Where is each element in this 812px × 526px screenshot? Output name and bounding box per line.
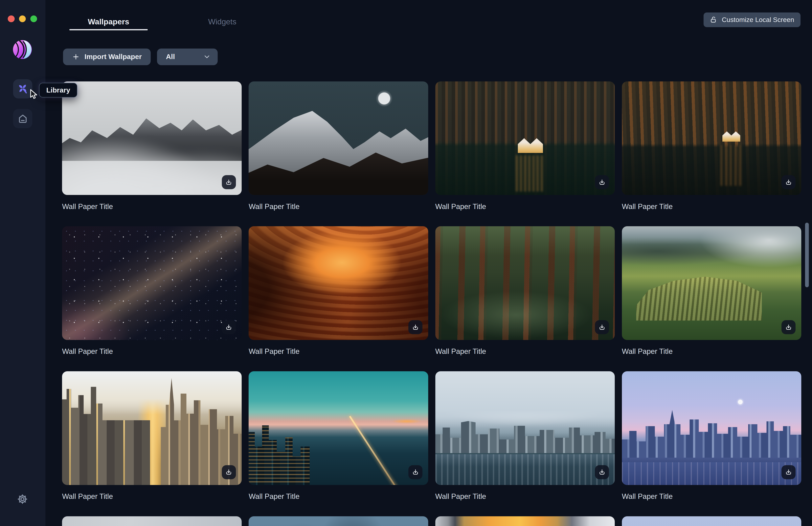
thumb-art-layer xyxy=(721,145,742,186)
wallpaper-card: Wall Paper Title xyxy=(622,371,801,501)
download-icon xyxy=(598,178,606,186)
customize-local-screen-button[interactable]: Customize Local Screen xyxy=(704,13,800,27)
wallpaper-card xyxy=(435,516,615,526)
wallpaper-thumbnail[interactable] xyxy=(622,371,801,485)
download-icon xyxy=(225,323,233,331)
customize-label: Customize Local Screen xyxy=(722,16,794,24)
thumb-art-layer xyxy=(518,138,543,153)
thumb-art-layer xyxy=(622,462,801,485)
zoom-button[interactable] xyxy=(30,15,37,22)
thumb-art-layer xyxy=(622,410,801,457)
wallpaper-card xyxy=(62,516,242,526)
thumb-art-layer xyxy=(435,419,615,453)
wallpaper-card: Wall Paper Title xyxy=(62,371,242,501)
import-label: Import Wallpaper xyxy=(85,53,142,61)
wallpaper-thumbnail[interactable] xyxy=(435,371,615,485)
wallpaper-thumbnail[interactable] xyxy=(249,226,428,340)
filter-dropdown[interactable]: All xyxy=(157,48,217,65)
wallpaper-thumbnail[interactable] xyxy=(62,516,242,526)
pinwheel-icon xyxy=(16,82,29,95)
import-wallpaper-button[interactable]: Import Wallpaper xyxy=(63,48,150,65)
thumb-art-layer xyxy=(722,131,740,142)
download-icon xyxy=(225,468,233,476)
sidebar-item-home[interactable] xyxy=(13,109,32,128)
plus-icon xyxy=(72,53,80,61)
wallpaper-card: Wall Paper Title xyxy=(622,226,801,356)
download-button[interactable] xyxy=(782,175,796,189)
wallpaper-thumbnail[interactable] xyxy=(62,371,242,485)
wallpaper-title: Wall Paper Title xyxy=(249,202,428,211)
tab-wallpapers-label: Wallpapers xyxy=(88,17,129,26)
thumb-art-layer xyxy=(636,269,762,320)
wallpaper-card: Wall Paper Title xyxy=(435,371,615,501)
download-button[interactable] xyxy=(408,320,422,334)
wallpaper-thumbnail[interactable] xyxy=(435,516,615,526)
download-button[interactable] xyxy=(408,465,422,479)
wallpaper-card: Wall Paper Title xyxy=(62,226,242,356)
download-button[interactable] xyxy=(222,175,236,189)
download-icon xyxy=(411,468,419,476)
active-tab-indicator xyxy=(69,29,148,30)
wallpaper-title: Wall Paper Title xyxy=(249,492,428,501)
wallpaper-card: Wall Paper Title xyxy=(435,81,615,211)
wallpaper-card: Wall Paper Title xyxy=(249,81,428,211)
wallpaper-card: Wall Paper Title xyxy=(249,371,428,501)
wallpaper-title: Wall Paper Title xyxy=(62,347,242,356)
download-button[interactable] xyxy=(222,320,236,334)
tooltip-library: Library xyxy=(39,83,77,97)
thumb-art-layer xyxy=(349,416,409,485)
wallpaper-title: Wall Paper Title xyxy=(62,202,242,211)
download-button[interactable] xyxy=(222,465,236,479)
tab-widgets-label: Widgets xyxy=(208,17,236,26)
wallpaper-thumbnail[interactable] xyxy=(435,226,615,340)
thumb-art-layer xyxy=(249,420,310,485)
wallpaper-thumbnail[interactable] xyxy=(62,226,242,340)
wallpaper-title: Wall Paper Title xyxy=(622,202,801,211)
download-icon xyxy=(785,468,792,476)
logo-sphere-icon xyxy=(13,40,32,59)
download-icon xyxy=(785,323,792,331)
wallpaper-card xyxy=(249,516,428,526)
download-button[interactable] xyxy=(595,320,609,334)
wallpaper-card: Wall Paper Title xyxy=(62,81,242,211)
thumb-art-layer xyxy=(62,129,242,195)
download-button[interactable] xyxy=(782,320,796,334)
home-icon xyxy=(17,113,29,124)
wallpaper-title: Wall Paper Title xyxy=(62,492,242,501)
app-logo xyxy=(13,40,32,59)
download-button[interactable] xyxy=(595,465,609,479)
scrollbar-thumb[interactable] xyxy=(805,223,809,287)
wallpaper-thumbnail[interactable] xyxy=(249,81,428,195)
lock-open-icon xyxy=(710,16,717,24)
tab-wallpapers[interactable]: Wallpapers xyxy=(69,14,148,30)
wallpaper-thumbnail[interactable] xyxy=(622,81,801,195)
thumb-art-layer xyxy=(516,155,545,192)
wallpaper-thumbnail[interactable] xyxy=(249,516,428,526)
settings-button[interactable] xyxy=(16,493,29,505)
download-button[interactable] xyxy=(782,465,796,479)
wallpaper-thumbnail[interactable] xyxy=(249,371,428,485)
minimize-button[interactable] xyxy=(19,15,26,22)
wallpaper-title: Wall Paper Title xyxy=(622,347,801,356)
download-icon xyxy=(785,178,792,186)
close-button[interactable] xyxy=(8,15,14,22)
wallpaper-thumbnail[interactable] xyxy=(435,81,615,195)
wallpaper-title: Wall Paper Title xyxy=(435,202,615,211)
download-icon xyxy=(598,323,606,331)
download-button[interactable] xyxy=(595,175,609,189)
wallpaper-thumbnail[interactable] xyxy=(622,226,801,340)
wallpaper-card xyxy=(622,516,801,526)
mouse-cursor xyxy=(29,89,38,100)
wallpaper-card: Wall Paper Title xyxy=(622,81,801,211)
wallpaper-thumbnail[interactable] xyxy=(62,81,242,195)
wallpaper-card: Wall Paper Title xyxy=(435,226,615,356)
tab-widgets[interactable]: Widgets xyxy=(192,14,252,30)
thumb-art-layer xyxy=(62,382,150,485)
wallpaper-title: Wall Paper Title xyxy=(435,347,615,356)
filter-value: All xyxy=(166,53,175,61)
sidebar xyxy=(0,0,45,526)
app-window: Wallpapers Widgets Customize Local Scree… xyxy=(0,0,812,526)
chevron-down-icon xyxy=(203,53,211,61)
wallpaper-thumbnail[interactable] xyxy=(622,516,801,526)
download-icon xyxy=(598,468,606,476)
